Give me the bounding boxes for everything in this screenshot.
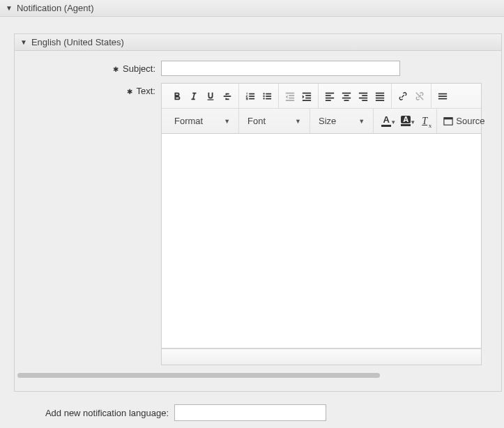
- rich-text-editor: Format ▼ Font ▼: [161, 83, 482, 365]
- toolbar-row-2: Format ▼ Font ▼: [162, 109, 481, 134]
- italic-icon[interactable]: [186, 89, 201, 104]
- unlink-icon[interactable]: [412, 89, 427, 104]
- bg-color-button[interactable]: A ▼: [397, 113, 415, 130]
- outdent-icon[interactable]: [282, 89, 298, 104]
- chevron-down-icon: ▼: [295, 118, 301, 125]
- notification-agent-body: ▼ English (United States) ✱ Subject: ✱: [0, 17, 504, 428]
- subject-row: ✱ Subject:: [15, 61, 501, 76]
- source-button[interactable]: Source: [441, 113, 487, 130]
- svg-point-0: [263, 93, 264, 94]
- caret-down-icon: ▼: [20, 39, 27, 46]
- language-panel-title: English (United States): [31, 37, 124, 47]
- bold-icon[interactable]: [169, 89, 185, 104]
- size-select[interactable]: Size ▼: [314, 113, 369, 130]
- chevron-down-icon: ▼: [358, 118, 365, 125]
- notification-agent-header[interactable]: ▼ Notification (Agent): [0, 0, 504, 17]
- align-center-icon[interactable]: [339, 89, 354, 104]
- chevron-down-icon: ▼: [390, 119, 396, 125]
- bg-color-swatch: [401, 124, 411, 126]
- editor-statusbar: [161, 349, 482, 365]
- underline-icon[interactable]: [203, 89, 218, 104]
- text-label: ✱ Text:: [15, 83, 161, 96]
- chevron-down-icon: ▼: [224, 118, 230, 125]
- language-panel-body: ✱ Subject: ✱ Text:: [15, 51, 501, 391]
- align-right-icon[interactable]: [356, 89, 371, 104]
- svg-point-2: [263, 98, 264, 99]
- link-icon[interactable]: [395, 89, 411, 104]
- remove-format-button[interactable]: T x: [416, 113, 433, 130]
- subject-input[interactable]: [161, 61, 400, 76]
- bullet-list-icon[interactable]: [259, 89, 275, 104]
- language-panel-header[interactable]: ▼ English (United States): [15, 34, 501, 51]
- chevron-down-icon: ▼: [410, 119, 415, 125]
- text-row: ✱ Text:: [15, 83, 501, 365]
- hr-icon[interactable]: [435, 89, 450, 104]
- add-language-row: Add new notification language:: [28, 404, 504, 421]
- caret-down-icon: ▼: [6, 5, 13, 12]
- text-color-swatch: [381, 125, 391, 127]
- horizontal-scrollbar[interactable]: [17, 372, 498, 379]
- editor-toolbar: Format ▼ Font ▼: [161, 83, 482, 134]
- align-left-icon[interactable]: [322, 89, 337, 104]
- editor-textarea[interactable]: [161, 134, 482, 349]
- language-panel: ▼ English (United States) ✱ Subject: ✱: [14, 33, 502, 392]
- scrollbar-thumb[interactable]: [17, 373, 380, 378]
- add-language-input[interactable]: [174, 404, 326, 421]
- toolbar-row-1: [162, 84, 481, 109]
- subject-label: ✱ Subject:: [15, 61, 161, 74]
- justify-icon[interactable]: [372, 89, 388, 104]
- format-select[interactable]: Format ▼: [170, 113, 234, 130]
- numbered-list-icon[interactable]: [243, 89, 258, 104]
- add-language-label: Add new notification language:: [28, 408, 174, 418]
- notification-agent-panel: ▼ Notification (Agent) ▼ English (United…: [0, 0, 504, 428]
- indent-icon[interactable]: [299, 89, 314, 104]
- svg-point-1: [263, 95, 264, 96]
- text-color-button[interactable]: A ▼: [377, 113, 395, 130]
- notification-agent-title: Notification (Agent): [17, 3, 94, 13]
- required-icon: ✱: [127, 88, 132, 95]
- font-select[interactable]: Font ▼: [243, 113, 305, 130]
- required-icon: ✱: [113, 66, 119, 73]
- strike-icon[interactable]: [220, 89, 235, 104]
